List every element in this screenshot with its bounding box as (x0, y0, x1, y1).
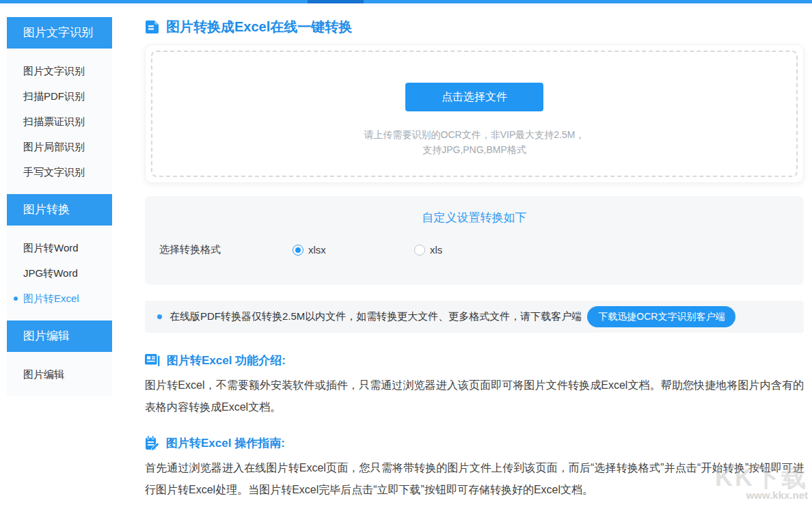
sidebar-item-label: 扫描PDF识别 (23, 90, 85, 102)
document-icon (145, 20, 159, 34)
sidebar-item-image-to-excel[interactable]: 图片转Excel (7, 286, 112, 311)
sidebar-item-label: 图片局部识别 (23, 141, 85, 152)
radio-xlsx-label: xlsx (308, 244, 326, 256)
news-doc-icon (145, 353, 161, 367)
upload-hint: 请上传需要识别的OCR文件，非VIP最大支持2.5M， 支持JPG,PNG,BM… (364, 127, 585, 157)
notice-bar: 在线版PDF转换器仅转换2.5M以内文件，如需转换更大文件、更多格式文件，请下载… (145, 301, 804, 333)
sidebar-item-label: JPG转Word (23, 267, 78, 279)
sidebar-section-ocr[interactable]: 图片文字识别 (7, 17, 112, 49)
settings-title: 自定义设置转换如下 (145, 210, 804, 226)
clipboard-pen-icon (145, 435, 160, 451)
settings-card: 自定义设置转换如下 选择转换格式 xlsx xls (145, 196, 804, 285)
guide-heading-row: 图片转Excel 操作指南: (145, 435, 804, 451)
download-client-button[interactable]: 下载迅捷OCR文字识别客户端 (587, 306, 735, 327)
sidebar-section-convert[interactable]: 图片转换 (7, 194, 112, 226)
guide-heading: 图片转Excel 操作指南: (166, 435, 285, 451)
sidebar-item-label: 扫描票证识别 (23, 115, 85, 127)
sidebar-item-label: 手写文字识别 (23, 166, 85, 178)
upload-drop-zone[interactable]: 点击选择文件 请上传需要识别的OCR文件，非VIP最大支持2.5M， 支持JPG… (151, 51, 798, 177)
sidebar: 图片文字识别 图片文字识别 扫描PDF识别 扫描票证识别 图片局部识别 手写文字… (7, 17, 112, 396)
sidebar-item-scan-pdf-ocr[interactable]: 扫描PDF识别 (7, 83, 112, 109)
radio-circle-icon (414, 245, 425, 256)
active-dot-icon (14, 297, 18, 301)
sidebar-item-label: 图片转Excel (23, 292, 79, 304)
sidebar-item-image-edit[interactable]: 图片编辑 (7, 361, 112, 387)
radio-circle-icon (293, 245, 303, 256)
bullet-dot-icon (157, 314, 162, 319)
radio-xls[interactable]: xls (414, 244, 442, 256)
sidebar-section-edit[interactable]: 图片编辑 (7, 320, 112, 352)
sidebar-item-label: 图片编辑 (23, 368, 64, 380)
feature-heading-row: 图片转Excel 功能介绍: (145, 352, 804, 368)
upload-hint-line1: 请上传需要识别的OCR文件，非VIP最大支持2.5M， (364, 127, 585, 142)
feature-body: 图片转Excel，不需要额外安装软件或插件，只需通过浏览器进入该页面即可将图片文… (145, 374, 804, 418)
sidebar-item-jpg-to-word[interactable]: JPG转Word (7, 260, 112, 286)
guide-body: 首先通过浏览器进入在线图片转Excel页面，您只需将带转换的图片文件上传到该页面… (145, 457, 804, 501)
radio-xls-label: xls (430, 244, 442, 256)
sidebar-item-label: 图片文字识别 (23, 65, 85, 77)
sidebar-item-image-ocr[interactable]: 图片文字识别 (7, 58, 112, 83)
sidebar-item-label: 图片转Word (23, 242, 79, 254)
sidebar-list-ocr: 图片文字识别 扫描PDF识别 扫描票证识别 图片局部识别 手写文字识别 (7, 49, 112, 194)
select-file-button[interactable]: 点击选择文件 (405, 83, 543, 111)
sidebar-item-handwriting-ocr[interactable]: 手写文字识别 (7, 159, 112, 185)
radio-xlsx[interactable]: xlsx (293, 244, 414, 256)
feature-heading: 图片转Excel 功能介绍: (167, 353, 286, 368)
sidebar-item-partial-ocr[interactable]: 图片局部识别 (7, 134, 112, 159)
sidebar-list-edit: 图片编辑 (7, 352, 112, 396)
page-title-row: 图片转换成Excel在线一键转换 (145, 18, 804, 36)
notice-text: 在线版PDF转换器仅转换2.5M以内文件，如需转换更大文件、更多格式文件，请下载… (170, 310, 582, 323)
upload-card: 点击选择文件 请上传需要识别的OCR文件，非VIP最大支持2.5M， 支持JPG… (145, 44, 804, 183)
format-label: 选择转换格式 (159, 243, 293, 256)
page-title: 图片转换成Excel在线一键转换 (166, 18, 352, 36)
main-content: 图片转换成Excel在线一键转换 点击选择文件 请上传需要识别的OCR文件，非V… (145, 0, 804, 501)
sidebar-item-image-to-word[interactable]: 图片转Word (7, 235, 112, 260)
upload-hint-line2: 支持JPG,PNG,BMP格式 (364, 142, 585, 157)
sidebar-list-convert: 图片转Word JPG转Word 图片转Excel (7, 226, 112, 320)
format-row: 选择转换格式 xlsx xls (145, 243, 804, 256)
sidebar-item-scan-ticket-ocr[interactable]: 扫描票证识别 (7, 109, 112, 134)
